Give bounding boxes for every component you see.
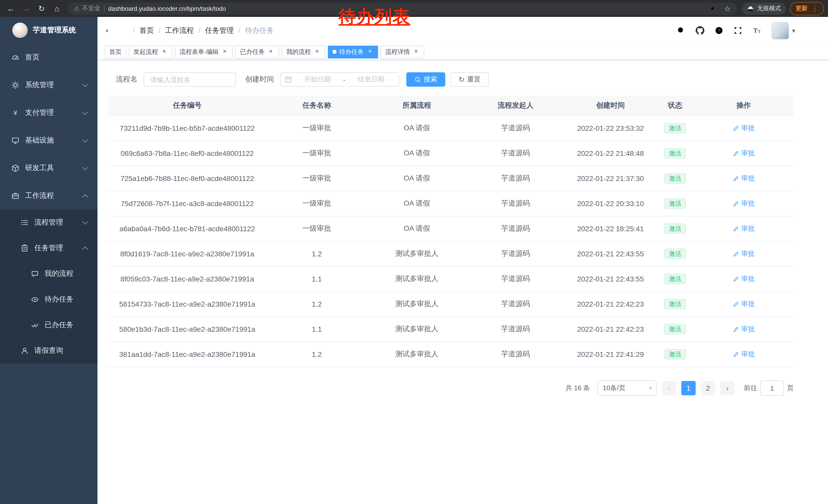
security-warning[interactable]: ⚠ 不安全 (74, 4, 100, 13)
sidebar-subitem-label: 待办任务 (45, 295, 73, 304)
tab[interactable]: 已办任务 × (236, 45, 279, 58)
table-row: 725a1eb6-7b88-11ec-8ef0-acde48001122 一级审… (108, 166, 794, 191)
cell-process: 测试多审批人 (367, 342, 467, 367)
tab-close-icon[interactable]: × (221, 48, 228, 55)
breadcrumb-item[interactable]: 工作流程 (154, 26, 194, 35)
search-icon[interactable] (677, 26, 686, 35)
approve-label: 审批 (741, 174, 755, 183)
avatar[interactable] (772, 22, 789, 39)
search-button[interactable]: 搜索 (406, 72, 445, 87)
edit-icon (733, 301, 739, 307)
sidebar-subitem[interactable]: 流程管理 (0, 210, 97, 235)
approve-button[interactable]: 审批 (733, 124, 755, 133)
sidebar-item[interactable]: 工作流程 (0, 182, 97, 210)
tab[interactable]: 流程详情 × (381, 45, 424, 58)
next-page-button[interactable]: › (720, 381, 735, 395)
approve-button[interactable]: 审批 (733, 174, 755, 183)
forward-icon[interactable]: → (19, 2, 33, 15)
cell-task-name: 一级审批 (267, 216, 367, 241)
cell-create-time: 2022-01-22 21:48:48 (564, 141, 657, 166)
sidebar-subitem[interactable]: 任务管理 (0, 235, 97, 261)
back-icon[interactable]: ← (4, 2, 17, 15)
edit-icon (733, 200, 739, 207)
cell-starter: 芋道源码 (467, 267, 564, 291)
github-icon[interactable] (696, 26, 704, 35)
approve-label: 审批 (741, 350, 755, 359)
approve-button[interactable]: 审批 (733, 224, 755, 233)
font-size-icon[interactable] (753, 26, 761, 35)
process-name-label: 流程名 (116, 75, 137, 84)
tab-close-icon[interactable]: × (314, 48, 321, 55)
status-badge: 激活 (664, 324, 686, 334)
approve-button[interactable]: 审批 (733, 249, 755, 259)
table-row: 58154733-7ac8-11ec-a9e2-a2380e71991a 1.2… (108, 292, 794, 317)
process-name-input[interactable] (143, 72, 236, 87)
help-icon[interactable] (715, 26, 723, 35)
breadcrumb-item[interactable]: 待办任务 (234, 26, 274, 35)
cell-task-name: 一级审批 (267, 141, 367, 166)
edit-icon (733, 150, 739, 156)
home-icon[interactable]: ⌂ (50, 2, 64, 15)
tab-close-icon[interactable]: × (161, 48, 168, 55)
approve-button[interactable]: 审批 (733, 199, 755, 208)
start-date-placeholder[interactable]: 开始日期 (294, 75, 341, 84)
sidebar-item[interactable]: 支付管理 (0, 99, 97, 127)
sidebar-subitem[interactable]: 待办任务 (0, 287, 97, 312)
page-buttons: 1 2 (681, 381, 715, 395)
prev-page-button[interactable]: ‹ (662, 381, 676, 395)
approve-button[interactable]: 审批 (733, 274, 755, 283)
reload-icon[interactable]: ↻ (35, 2, 48, 15)
cell-process: 测试多审批人 (367, 267, 467, 291)
tab[interactable]: 首页 (105, 45, 126, 58)
app-logo-row[interactable]: 芋道管理系统 (0, 17, 97, 44)
sidebar-subitem[interactable]: 我的流程 (0, 261, 97, 287)
tab-close-icon[interactable]: × (412, 48, 420, 55)
tab[interactable]: 待办任务 × (328, 45, 378, 58)
cell-task-name: 一级审批 (267, 191, 367, 216)
sidebar: 芋道管理系统 首页 系统管理 (0, 17, 97, 504)
key-icon[interactable] (710, 5, 718, 12)
tab-close-icon[interactable]: × (267, 48, 275, 55)
approve-button[interactable]: 审批 (733, 350, 755, 359)
sidebar-collapse-icon[interactable] (105, 26, 115, 36)
tab-close-icon[interactable]: × (366, 48, 373, 55)
user-icon (22, 348, 27, 354)
cell-process: OA 请假 (367, 166, 467, 191)
sidebar-item[interactable]: 系统管理 (0, 71, 97, 99)
sidebar-item[interactable]: 基础设施 (0, 127, 97, 154)
breadcrumb-item[interactable]: 任务管理 (194, 26, 234, 35)
cell-starter: 芋道源码 (467, 317, 564, 341)
browser-menu-icon[interactable]: ⋮ (812, 5, 818, 12)
edit-icon (733, 125, 739, 132)
page-number-button[interactable]: 2 (701, 381, 715, 395)
tab[interactable]: 流程表单-编辑 × (175, 45, 233, 58)
page-size-select[interactable]: 10条/页 ▾ (597, 380, 657, 396)
status-badge: 激活 (664, 198, 686, 209)
sidebar-subitem[interactable]: 已办任务 (0, 312, 97, 338)
tab[interactable]: 发起流程 × (129, 45, 172, 58)
sidebar-item[interactable]: 研发工具 (0, 154, 97, 182)
eye-icon (32, 297, 38, 302)
date-range-picker[interactable]: 开始日期 - 结束日期 (280, 72, 399, 87)
goto-page-input[interactable] (760, 380, 784, 396)
sidebar-item[interactable]: 首页 (0, 44, 97, 71)
status-badge: 激活 (664, 349, 686, 360)
approve-button[interactable]: 审批 (733, 325, 755, 334)
calendar-icon (285, 76, 292, 83)
sidebar-subitem[interactable]: 请假查询 (0, 338, 97, 364)
user-menu[interactable]: ▾ (772, 22, 795, 39)
breadcrumb-item[interactable]: 首页 (128, 26, 154, 35)
end-date-placeholder[interactable]: 结束日期 (347, 75, 395, 84)
reset-button[interactable]: ↻ 重置 (450, 72, 489, 87)
bookmark-star-icon[interactable]: ☆ (724, 4, 731, 12)
update-button[interactable]: 更新 ⋮ (790, 2, 824, 15)
approve-button[interactable]: 审批 (733, 300, 755, 309)
approve-button[interactable]: 审批 (733, 149, 755, 158)
cell-create-time: 2022-01-21 22:42:23 (564, 292, 657, 316)
fullscreen-icon[interactable] (734, 26, 742, 35)
page-number-button[interactable]: 1 (681, 381, 696, 395)
column-header: 状态 (657, 96, 694, 116)
create-time-label: 创建时间 (245, 75, 274, 84)
tab[interactable]: 我的流程 × (282, 45, 325, 58)
sidebar-item-label: 基础设施 (25, 136, 54, 145)
